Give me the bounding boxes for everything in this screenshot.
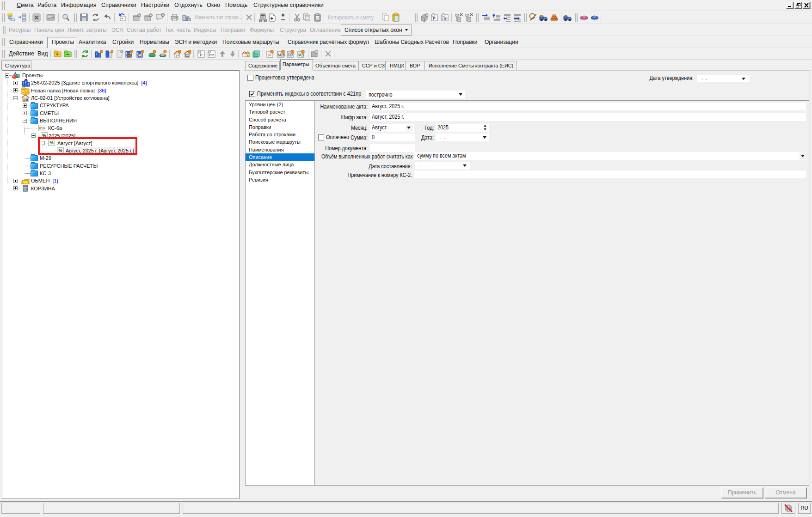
svg-text:*: * — [122, 17, 123, 21]
svg-text:ПР: ПР — [443, 17, 448, 21]
svg-text:ПР: ПР — [209, 53, 214, 57]
svg-text:%: % — [255, 52, 258, 56]
svg-text:P: P — [200, 53, 203, 57]
